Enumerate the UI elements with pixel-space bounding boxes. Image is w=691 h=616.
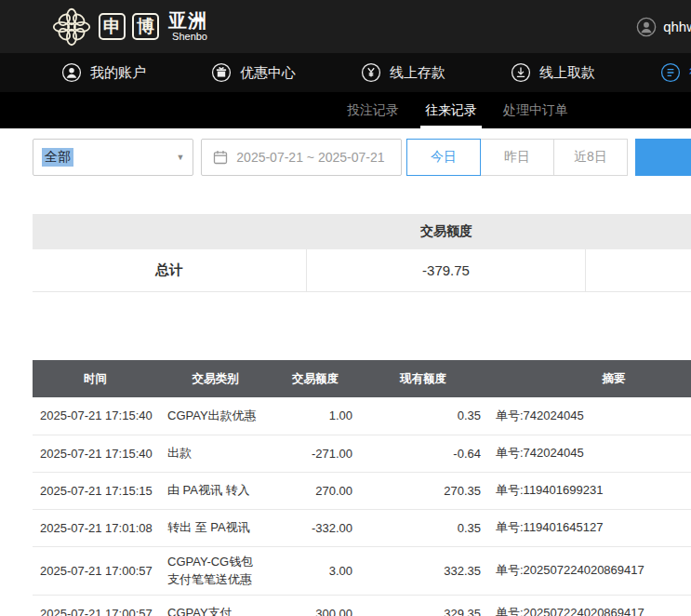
tab-betting-records[interactable]: 投注记录	[342, 92, 404, 128]
table-row: 2025-07-21 17:15:15 由 PA视讯 转入 270.00 270…	[33, 472, 691, 509]
lotus-logo-icon	[51, 7, 92, 47]
yesterday-button[interactable]: 昨日	[480, 139, 554, 176]
main-nav: 我的账户 优惠中心 线上存款 线上取款 往来记录	[0, 53, 691, 92]
cell-amount: 1.00	[272, 397, 358, 435]
nav-label: 线上取款	[539, 64, 595, 82]
date-range-input[interactable]: 2025-07-21 ~ 2025-07-21	[201, 139, 402, 176]
user-account[interactable]: qhhw	[636, 17, 691, 37]
cell-type: CGPAY-CG钱包支付笔笔送优惠	[158, 546, 272, 595]
records-header-row: 时间 交易类别 交易额度 现有额度 摘要	[33, 360, 691, 397]
withdraw-icon	[511, 62, 531, 83]
cell-type: 出款	[158, 435, 272, 472]
last-8-days-button[interactable]: 近8日	[553, 139, 628, 176]
nav-item-my-account[interactable]: 我的账户	[61, 62, 146, 83]
today-button[interactable]: 今日	[406, 139, 481, 176]
sub-tab-bar: 投注记录 往来记录 处理中订单	[0, 92, 691, 128]
brand-char-2: 博	[132, 13, 159, 40]
cell-memo: 单号:202507224020869417	[488, 546, 691, 595]
cell-time: 2025-07-21 17:15:40	[33, 397, 158, 435]
summary-table: 交易额度 总计 -379.75	[33, 214, 691, 292]
summary-total-value: -379.75	[307, 249, 586, 291]
cell-time: 2025-07-21 17:01:08	[33, 509, 158, 546]
cell-balance: -0.64	[358, 435, 488, 472]
cell-amount: -332.00	[272, 509, 358, 546]
nav-item-promotions[interactable]: 优惠中心	[211, 62, 296, 83]
summary-empty-cell	[586, 249, 691, 291]
cell-memo: 单号:742024045	[488, 435, 691, 472]
col-header-amount: 交易额度	[272, 360, 358, 397]
cell-type: 转出 至 PA视讯	[158, 509, 272, 546]
nav-item-transaction-records[interactable]: 往来记录	[660, 62, 691, 83]
cell-time: 2025-07-21 17:00:57	[33, 595, 158, 616]
username: qhhw	[663, 19, 691, 34]
type-select[interactable]: 全部 ▼	[33, 139, 193, 176]
quick-date-buttons: 今日 昨日 近8日	[406, 139, 628, 176]
records-table: 时间 交易类别 交易额度 现有额度 摘要 2025-07-21 17:15:40…	[33, 360, 691, 616]
summary-total-row: 总计 -379.75	[33, 249, 691, 292]
summary-total-label: 总计	[33, 249, 307, 291]
cell-balance: 329.35	[358, 595, 488, 616]
nav-label: 线上存款	[390, 64, 445, 82]
summary-header: 交易额度	[33, 214, 691, 249]
cell-balance: 332.35	[358, 546, 488, 595]
cell-type: CGPAY支付	[158, 595, 272, 616]
cell-memo: 单号:202507224020869417	[488, 595, 691, 616]
col-header-memo: 摘要	[488, 360, 691, 397]
cell-amount: 270.00	[272, 472, 358, 509]
col-header-balance: 现有额度	[358, 360, 488, 397]
cell-amount: 300.00	[272, 595, 358, 616]
summary-amount-header: 交易额度	[307, 223, 586, 240]
table-row: 2025-07-21 17:00:57 CGPAY支付 300.00 329.3…	[33, 595, 691, 616]
col-header-time: 时间	[33, 360, 158, 397]
brand-logo[interactable]: 申 博 亚洲 Shenbo	[51, 7, 207, 47]
brand-region: 亚洲	[168, 11, 207, 30]
search-button[interactable]	[635, 139, 691, 176]
cell-balance: 0.35	[358, 509, 488, 546]
records-icon	[660, 62, 681, 83]
table-row: 2025-07-21 17:15:40 CGPAY出款优惠 1.00 0.35 …	[33, 397, 691, 435]
date-range-value: 2025-07-21 ~ 2025-07-21	[236, 150, 384, 165]
table-row: 2025-07-21 17:01:08 转出 至 PA视讯 -332.00 0.…	[33, 509, 691, 546]
cell-balance: 270.35	[358, 472, 488, 509]
col-header-type: 交易类别	[158, 360, 272, 397]
table-row: 2025-07-21 17:00:57 CGPAY-CG钱包支付笔笔送优惠 3.…	[33, 546, 691, 595]
cell-time: 2025-07-21 17:15:40	[33, 435, 158, 472]
cell-amount: -271.00	[272, 435, 358, 472]
cell-time: 2025-07-21 17:00:57	[33, 546, 158, 595]
tab-transaction-records[interactable]: 往来记录	[420, 92, 482, 128]
cell-type: CGPAY出款优惠	[158, 397, 272, 435]
nav-label: 优惠中心	[240, 64, 296, 82]
cell-memo: 单号:742024045	[488, 397, 691, 435]
account-icon	[61, 62, 82, 83]
nav-item-deposit[interactable]: 线上存款	[361, 62, 445, 83]
tab-processing-orders[interactable]: 处理中订单	[498, 92, 573, 128]
type-select-value: 全部	[42, 148, 73, 167]
cell-type: 由 PA视讯 转入	[158, 472, 272, 509]
cell-time: 2025-07-21 17:15:15	[33, 472, 158, 509]
nav-label: 我的账户	[90, 64, 146, 82]
table-row: 2025-07-21 17:15:40 出款 -271.00 -0.64 单号:…	[33, 435, 691, 472]
cell-amount: 3.00	[272, 546, 358, 595]
cell-memo: 单号:119401645127	[488, 509, 691, 546]
brand-subtitle: Shenbo	[172, 32, 207, 42]
top-header: 申 博 亚洲 Shenbo qhhw	[0, 0, 691, 53]
filter-row: 全部 ▼ 2025-07-21 ~ 2025-07-21 今日 昨日 近8日	[33, 139, 691, 176]
promo-icon	[211, 62, 232, 83]
cell-memo: 单号:119401699231	[488, 472, 691, 509]
chevron-down-icon: ▼	[176, 153, 184, 162]
brand-char-1: 申	[99, 13, 126, 40]
cell-balance: 0.35	[358, 397, 488, 435]
calendar-icon	[213, 150, 228, 165]
nav-item-withdraw[interactable]: 线上取款	[511, 62, 595, 83]
user-avatar-icon	[636, 17, 657, 37]
deposit-icon	[361, 62, 381, 83]
